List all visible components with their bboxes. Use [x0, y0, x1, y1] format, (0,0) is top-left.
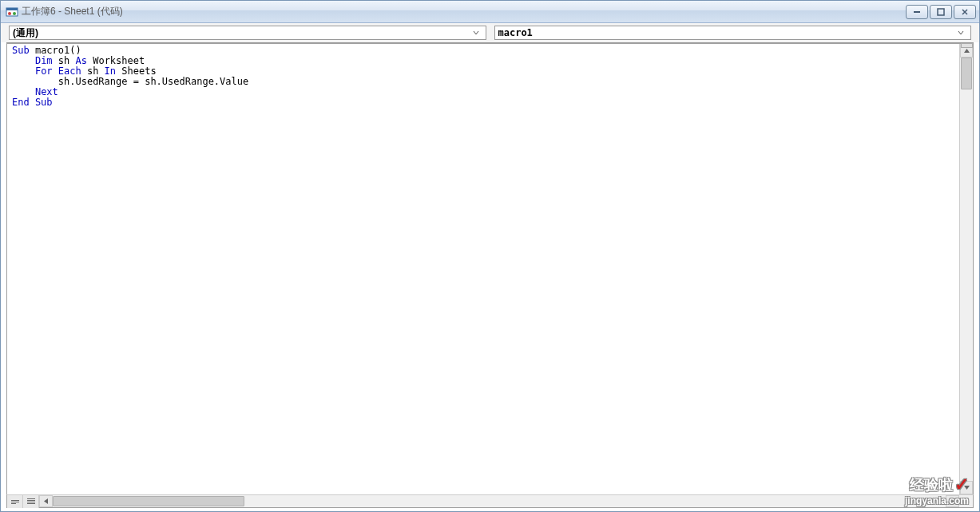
- bottom-bar: [6, 494, 974, 508]
- hscroll-thumb[interactable]: [53, 496, 244, 506]
- vertical-scrollbar[interactable]: [959, 44, 973, 494]
- scroll-left-button[interactable]: [39, 495, 53, 507]
- window-buttons: [906, 5, 976, 19]
- scroll-right-button[interactable]: [946, 495, 959, 507]
- procedure-dropdown-label: macro1: [498, 27, 955, 38]
- svg-rect-4: [914, 11, 920, 13]
- svg-rect-8: [11, 503, 16, 504]
- procedure-dropdown[interactable]: macro1: [494, 26, 972, 40]
- close-button[interactable]: [954, 5, 976, 19]
- maximize-button[interactable]: [930, 5, 952, 19]
- procedure-view-button[interactable]: [7, 495, 23, 508]
- view-buttons: [7, 495, 39, 507]
- hscroll-track[interactable]: [53, 495, 946, 507]
- object-dropdown-label: (通用): [13, 26, 470, 40]
- svg-rect-6: [11, 500, 19, 501]
- svg-point-2: [8, 12, 11, 15]
- horizontal-scrollbar[interactable]: [39, 495, 959, 507]
- vscroll-thumb[interactable]: [961, 58, 972, 89]
- dropdown-row: (通用) macro1: [1, 23, 979, 42]
- vscroll-track[interactable]: [960, 58, 973, 481]
- code-window: 工作簿6 - Sheet1 (代码) (通用) macro1: [0, 0, 980, 512]
- scroll-down-button[interactable]: [960, 481, 973, 494]
- svg-point-3: [13, 12, 16, 15]
- svg-rect-5: [938, 9, 944, 15]
- svg-rect-11: [27, 502, 35, 502]
- code-area-wrap: Sub macro1() Dim sh As Worksheet For Eac…: [6, 42, 974, 508]
- full-module-view-button[interactable]: [23, 495, 39, 508]
- code-area: Sub macro1() Dim sh As Worksheet For Eac…: [6, 43, 974, 494]
- svg-rect-10: [27, 500, 35, 501]
- code-editor[interactable]: Sub macro1() Dim sh As Worksheet For Eac…: [7, 44, 959, 494]
- titlebar[interactable]: 工作簿6 - Sheet1 (代码): [1, 1, 979, 23]
- scrollbar-corner: [959, 495, 973, 507]
- svg-rect-12: [27, 503, 35, 504]
- svg-rect-1: [6, 8, 18, 10]
- object-dropdown[interactable]: (通用): [9, 26, 486, 40]
- window-title: 工作簿6 - Sheet1 (代码): [22, 5, 906, 18]
- app-icon: [6, 6, 18, 18]
- svg-rect-9: [27, 498, 35, 499]
- chevron-down-icon: [954, 26, 967, 39]
- chevron-down-icon: [470, 26, 482, 39]
- svg-rect-7: [11, 502, 19, 502]
- split-handle[interactable]: [961, 43, 973, 48]
- minimize-button[interactable]: [906, 5, 928, 19]
